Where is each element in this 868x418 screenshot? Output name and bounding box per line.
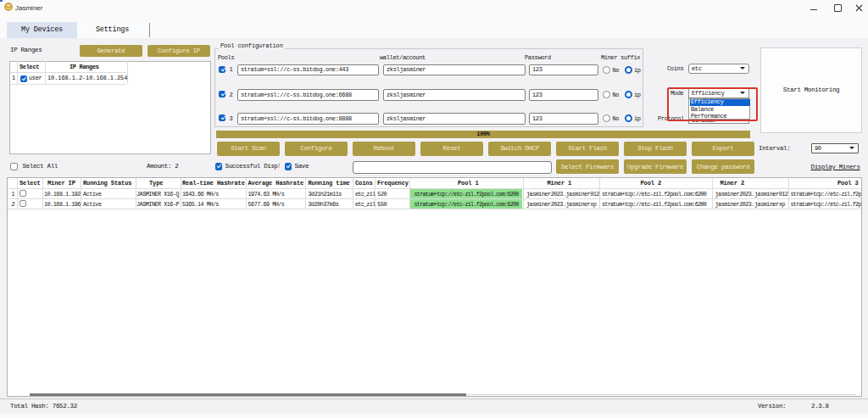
ip-range-checkbox[interactable]	[20, 75, 27, 82]
pool3-password-value: 123	[532, 115, 542, 122]
save-checkbox[interactable]	[285, 163, 292, 170]
col-header-miner2[interactable]: Miner 2	[721, 181, 745, 187]
pool3-url-input[interactable]: stratum+ssl://c-ss.bitdog.one:8888	[237, 113, 379, 125]
start-flash-button[interactable]: Start Flash	[556, 142, 619, 156]
export-button[interactable]: Export	[692, 142, 754, 156]
upgrade-firmware-button[interactable]: Upgrade Firmware	[624, 159, 687, 174]
pool1-password-input[interactable]: 123	[529, 64, 598, 76]
pool3-url-value: stratum+ssl://c-ss.bitdog.one:8888	[241, 115, 352, 122]
title-bar	[0, 0, 868, 21]
successful-display-checkbox[interactable]	[215, 163, 223, 170]
cell-pool1: stratum+tcp://etc-zil.f2pool.com:6200	[415, 192, 519, 198]
col-header-coins[interactable]: Coins	[355, 181, 373, 187]
hscrollbar-thumb[interactable]	[30, 393, 466, 396]
pool3-wallet-input[interactable]: zksljasminer	[383, 113, 526, 125]
col-header-pool1[interactable]: Pool 1	[458, 181, 479, 187]
col-header-average-hashrate[interactable]: Average Hashrate	[248, 181, 304, 187]
pool2-suffix-ip-label: ip	[634, 92, 641, 98]
miners-table: Select Miner IP Running Status Type Real…	[7, 177, 862, 397]
start-scan-button[interactable]: Start Scan	[217, 142, 280, 156]
pool-config-title: Pool configuration	[219, 43, 285, 49]
col-header-type[interactable]: Type	[149, 181, 163, 187]
window-corner-accent	[0, 0, 3, 2]
minimize-button[interactable]	[810, 9, 817, 11]
col-header-select[interactable]: Select	[19, 181, 41, 187]
col-header-pool3[interactable]: Pool 3	[837, 181, 859, 187]
chevron-down-icon	[849, 147, 854, 149]
pool3-suffix-no-radio[interactable]	[603, 114, 610, 122]
progress-value: 100%	[216, 131, 750, 137]
tab-divider	[149, 23, 151, 37]
pool2-password-value: 123	[532, 92, 542, 98]
window-title: Jasminer	[15, 4, 42, 12]
row2-select-checkbox[interactable]	[19, 200, 26, 207]
pool1-suffix-ip-radio[interactable]	[625, 66, 632, 74]
col-header-miner-ip[interactable]: Miner IP	[47, 181, 75, 187]
col-header-running-time[interactable]: Running time	[309, 181, 350, 187]
grid-header-select: Select	[19, 64, 39, 70]
password-header: Password	[525, 55, 551, 61]
maximize-button[interactable]	[834, 4, 842, 12]
pool1-password-value: 123	[532, 66, 542, 73]
row1-select-checkbox[interactable]	[19, 190, 26, 197]
col-header-running-status[interactable]: Running Status	[83, 181, 131, 187]
tab-settings[interactable]: Settings	[77, 22, 147, 38]
stop-flash-button[interactable]: Stop Flash	[624, 142, 687, 156]
grid-line	[712, 178, 713, 209]
red-annotation-box	[667, 87, 758, 121]
col-header-pool2[interactable]: Pool 2	[641, 181, 662, 187]
tab-my-devices[interactable]: My Devices	[7, 22, 77, 38]
interval-label: Interval:	[759, 146, 790, 153]
pool3-suffix-ip-radio[interactable]	[625, 114, 632, 122]
pool3-checkbox[interactable]	[219, 114, 225, 121]
generate-button[interactable]: Generate	[80, 45, 142, 57]
pool1-url-input[interactable]: stratum+ssl://c-ss.bitdog.one:443	[237, 64, 379, 76]
interval-select[interactable]: 90	[811, 143, 860, 154]
col-header-miner1[interactable]: Miner 1	[548, 181, 572, 187]
successful-display-label: Successful Displa	[225, 164, 280, 170]
coins-label: Coins	[667, 66, 683, 72]
select-firmware-button[interactable]: Select Firmware	[556, 159, 619, 174]
pools-header: Pools	[218, 55, 234, 61]
col-header-realtime-hashrate[interactable]: Real-time Hashrate	[182, 181, 245, 187]
coins-select[interactable]: etc	[688, 64, 750, 74]
pool2-wallet-input[interactable]: zksljasminer	[383, 89, 526, 101]
pool2-suffix-no-radio[interactable]	[603, 91, 610, 98]
pool2-checkbox[interactable]	[219, 91, 225, 98]
pool1-suffix-ip-label: ip	[634, 68, 641, 74]
ip-range-name: user	[29, 75, 42, 81]
pool2-suffix-ip-radio[interactable]	[625, 91, 632, 98]
change-password-button[interactable]: Change password	[692, 159, 754, 174]
cell-running-time: 3d21h21m11s	[309, 192, 342, 198]
grid-line	[353, 178, 353, 209]
pool1-checkbox[interactable]	[219, 66, 225, 73]
grid-header-ranges: IP Ranges	[70, 64, 99, 70]
cell-miner1: jasminer2023.jasminerxp	[526, 202, 596, 208]
reset-button[interactable]: Reset	[420, 142, 483, 156]
configure-button[interactable]: Configure	[285, 142, 348, 156]
select-all-label: Select All	[23, 164, 58, 170]
grid-line	[599, 178, 600, 209]
pool1-wallet-input[interactable]: zksljasminer	[383, 64, 526, 76]
switch-dhcp-button[interactable]: Switch DHCP	[488, 142, 551, 156]
col-header-frequency[interactable]: Frequency	[377, 181, 409, 187]
coins-value: etc	[692, 65, 702, 72]
cell-coins: etc_zil	[355, 192, 375, 198]
display-miners-link[interactable]: Display Miners	[811, 164, 860, 171]
version-label: Version:	[758, 404, 786, 410]
configure-ip-button[interactable]: Configure IP	[147, 45, 210, 57]
pool2-url-input[interactable]: stratum+ssl://c-ss.bitdog.one:6688	[237, 89, 379, 101]
filter-input[interactable]	[353, 161, 552, 174]
cell-coins: etc_zil	[355, 202, 375, 208]
chevron-down-icon	[740, 67, 745, 70]
cell-frequency: 520	[377, 192, 387, 198]
save-label: Save	[295, 164, 309, 170]
select-all-checkbox[interactable]	[10, 163, 18, 170]
pool3-password-input[interactable]: 123	[529, 113, 598, 125]
close-button[interactable]	[855, 4, 863, 12]
reboot-button[interactable]: Reboot	[353, 142, 415, 156]
status-bar	[0, 398, 868, 414]
pool2-password-input[interactable]: 123	[529, 89, 598, 101]
pool1-suffix-no-radio[interactable]	[603, 66, 610, 74]
start-monitoring-button[interactable]: Start Monitoring	[760, 47, 862, 133]
